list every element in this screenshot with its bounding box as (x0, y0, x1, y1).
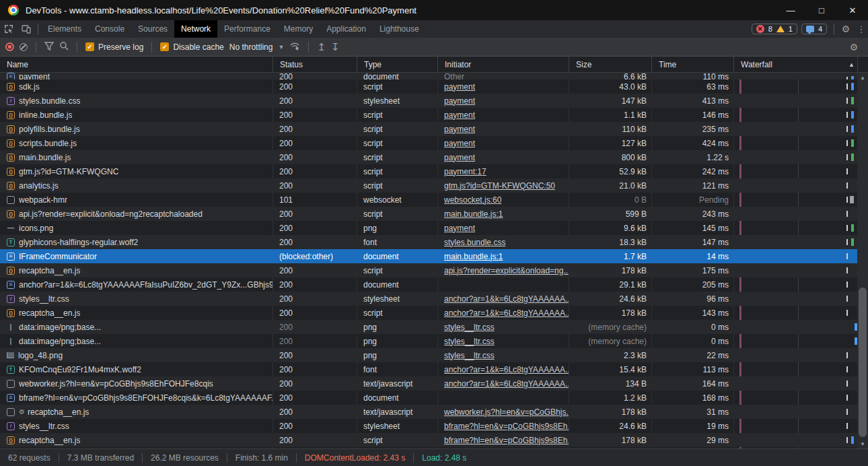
disable-cache-checkbox[interactable]: ✓ Disable cache (160, 42, 223, 52)
console-error-warning-badge[interactable]: ✕ 8 1 (752, 24, 797, 34)
initiator-link[interactable]: styles__ltr.css (444, 337, 495, 346)
search-icon[interactable] (59, 41, 69, 53)
table-row[interactable]: logo_48.png200pngstyles__ltr.css2.3 kB22… (0, 348, 857, 362)
scrollbar-thumb[interactable] (859, 288, 867, 437)
cell-size: 6.6 kB (569, 73, 651, 79)
table-row[interactable]: ≡IFrameCommunicator(blocked:other)docume… (0, 249, 857, 263)
initiator-link[interactable]: payment:17 (444, 167, 486, 176)
initiator-link[interactable]: main.bundle.js:1 (444, 252, 503, 261)
record-network-log-button[interactable] (5, 42, 14, 51)
tab-memory[interactable]: Memory (277, 20, 320, 38)
initiator-link[interactable]: payment (444, 153, 475, 162)
close-button[interactable]: ✕ (837, 0, 868, 20)
table-row[interactable]: /styles__ltr.css200stylesheetbframe?hl=e… (0, 419, 857, 433)
table-row[interactable]: TKFOmCnqEu92Fr1Mu4mxK.woff2200fontanchor… (0, 362, 857, 376)
initiator-link[interactable]: payment (444, 224, 475, 233)
initiator-link[interactable]: bframe?hl=en&v=pCoGBhjs9s8Eh... (444, 436, 569, 445)
table-row[interactable]: |data:image/png;base...200pngstyles__ltr… (0, 334, 857, 348)
initiator-link[interactable]: gtm.js?id=GTM-KFWQGNC:50 (444, 181, 555, 191)
import-har-icon[interactable]: ↥ (317, 42, 326, 52)
table-row[interactable]: {}main.bundle.js200scriptpayment800 kB1.… (0, 150, 857, 164)
tab-elements[interactable]: Elements (41, 20, 88, 38)
tab-performance[interactable]: Performance (217, 20, 277, 38)
cell-type: script (357, 433, 437, 447)
column-label: Name (7, 60, 28, 69)
initiator-link[interactable]: payment (444, 139, 475, 148)
settings-gear-icon[interactable]: ⚙ (837, 20, 855, 38)
table-row[interactable]: ≡anchor?ar=1&k=6Lc8tgYAAAAAAFfaIsuPuIZ6b… (0, 277, 857, 292)
table-row[interactable]: /styles.bundle.css200stylesheetpayment14… (0, 94, 857, 108)
table-row[interactable]: {}polyfills.bundle.js200scriptpayment110… (0, 122, 857, 136)
network-conditions-icon[interactable] (289, 42, 300, 53)
more-options-kebab-icon[interactable]: ⋮ (855, 20, 868, 38)
table-row[interactable]: webpack-hmr101websocketwebsocket.js:600 … (0, 193, 857, 207)
initiator-link[interactable]: websocket.js:60 (444, 195, 501, 205)
clear-network-log-button[interactable] (20, 43, 28, 51)
table-row[interactable]: {}gtm.js?id=GTM-KFWQGNC200scriptpayment:… (0, 164, 857, 178)
initiator-link[interactable]: anchor?ar=1&k=6Lc8tgYAAAAAA... (444, 308, 569, 318)
initiator-link[interactable]: anchor?ar=1&k=6Lc8tgYAAAAAA... (444, 379, 569, 389)
type-value: script (363, 181, 383, 191)
cell-type: script (357, 306, 437, 320)
initiator-link[interactable]: styles__ltr.css (444, 351, 495, 360)
initiator-link[interactable]: api.js?render=explicit&onload=ng... (444, 266, 569, 275)
table-row[interactable]: —icons.png200pngpayment9.6 kB145 ms (0, 221, 857, 235)
vertical-scrollbar[interactable]: ▲ ▼ (857, 73, 868, 448)
table-row[interactable]: |data:image/png;base...200pngstyles__ltr… (0, 320, 857, 334)
table-row[interactable]: {}recaptcha__en.js200scriptbframe?hl=en&… (0, 433, 857, 447)
cell-status: 200 (273, 263, 357, 277)
initiator-link[interactable]: payment (444, 110, 475, 120)
table-row[interactable]: {}sdk.js200scriptpayment43.0 kB63 ms (0, 79, 857, 94)
issues-badge[interactable]: 4 (801, 24, 827, 34)
tab-application[interactable]: Application (320, 20, 373, 38)
table-row[interactable]: Tglyphicons-halflings-regular.woff2200fo… (0, 235, 857, 249)
table-row[interactable]: {}inline.bundle.js200scriptpayment1.1 kB… (0, 108, 857, 122)
table-row[interactable]: {}api.js?render=explicit&onload=ng2recap… (0, 207, 857, 221)
column-header-initiator[interactable]: Initiator (437, 57, 569, 72)
column-header-waterfall[interactable]: Waterfall▲ (733, 57, 857, 72)
tab-console[interactable]: Console (88, 20, 131, 38)
column-header-type[interactable]: Type (357, 57, 437, 72)
minimize-button[interactable]: — (775, 0, 806, 20)
initiator-link[interactable]: webworker.js?hl=en&v=pCoGBhjs... (444, 407, 569, 417)
initiator-link[interactable]: payment (444, 96, 475, 106)
initiator-link[interactable]: payment (444, 125, 475, 134)
throttling-dropdown[interactable]: No throttling ▼ (229, 42, 285, 52)
preserve-log-checkbox[interactable]: ✓ Preserve log (85, 42, 143, 52)
tab-network[interactable]: Network (174, 20, 217, 38)
filter-icon[interactable] (44, 42, 54, 53)
initiator-link[interactable]: anchor?ar=1&k=6Lc8tgYAAAAAA... (444, 365, 569, 374)
initiator-link[interactable]: styles.bundle.css (444, 238, 505, 247)
initiator-link[interactable]: bframe?hl=en&v=pCoGBhjs9s8Eh... (444, 422, 569, 431)
inspect-element-icon[interactable] (0, 20, 17, 38)
column-label: Type (364, 60, 382, 69)
table-row[interactable]: {}recaptcha__en.js200scriptanchor?ar=1&k… (0, 306, 857, 320)
column-header-status[interactable]: Status (273, 57, 357, 72)
initiator-link[interactable]: payment (444, 82, 475, 92)
tab-lighthouse[interactable]: Lighthouse (373, 20, 426, 38)
table-row[interactable]: /styles__ltr.css200stylesheetanchor?ar=1… (0, 292, 857, 306)
initiator-link[interactable]: main.bundle.js:1 (444, 209, 503, 219)
initiator-link[interactable]: styles__ltr.css (444, 323, 495, 332)
table-row[interactable]: {}analytics.js200scriptgtm.js?id=GTM-KFW… (0, 178, 857, 193)
table-row[interactable]: {}recaptcha__en.js200scriptapi.js?render… (0, 263, 857, 277)
export-har-icon[interactable]: ↧ (331, 42, 340, 52)
device-toolbar-icon[interactable] (17, 20, 35, 38)
initiator-link[interactable]: anchor?ar=1&k=6Lc8tgYAAAAAA... (444, 294, 569, 304)
column-header-time[interactable]: Time (651, 57, 733, 72)
scroll-down-icon[interactable]: ▼ (857, 439, 868, 448)
column-header-name[interactable]: Name (0, 57, 273, 72)
table-row[interactable]: ≡bframe?hl=en&v=pCoGBhjs9s8EhFOHJFe8cqis… (0, 391, 857, 405)
size-value: 24.6 kB (619, 422, 647, 431)
table-row[interactable]: ≡payment200documentOther6.6 kB110 ms (0, 73, 857, 79)
column-header-size[interactable]: Size (569, 57, 651, 72)
maximize-button[interactable]: □ (806, 0, 837, 20)
scroll-up-icon[interactable]: ▲ (857, 73, 868, 82)
network-settings-gear-icon[interactable]: ⚙ (845, 38, 863, 56)
status-value: 200 (279, 153, 293, 162)
table-row[interactable]: {}scripts.bundle.js200scriptpayment127 k… (0, 136, 857, 150)
cell-status: 200 (273, 419, 357, 433)
tab-sources[interactable]: Sources (131, 20, 174, 38)
table-row[interactable]: ⚙recaptcha__en.js200text/javascriptwebwo… (0, 405, 857, 419)
table-row[interactable]: webworker.js?hl=en&v=pCoGBhjs9s8EhFOHJFe… (0, 376, 857, 391)
